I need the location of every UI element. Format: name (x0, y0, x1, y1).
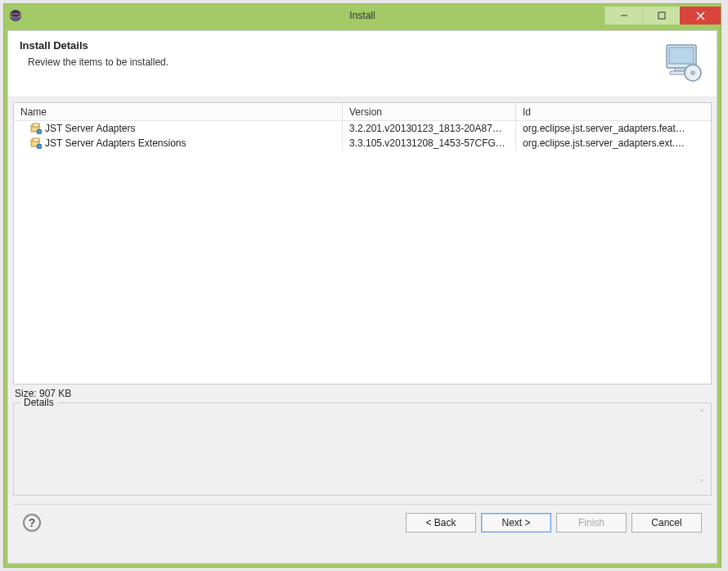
svg-point-17 (37, 144, 42, 149)
svg-rect-13 (33, 124, 39, 127)
scroll-up-icon[interactable]: ˄ (699, 408, 704, 420)
minimize-button[interactable] (604, 7, 642, 25)
feature-icon (30, 123, 42, 134)
svg-rect-7 (669, 47, 694, 64)
install-items-table[interactable]: Name Version Id JST Server Adapters 3.2.… (13, 102, 712, 384)
column-header-id[interactable]: Id (516, 103, 693, 120)
svg-point-14 (37, 129, 42, 134)
maximize-button[interactable] (642, 7, 680, 25)
size-label: Size: 907 KB (13, 384, 712, 401)
column-header-name[interactable]: Name (14, 103, 343, 120)
help-icon[interactable]: ? (23, 514, 41, 532)
svg-point-11 (690, 70, 695, 75)
row-name: JST Server Adapters Extensions (45, 137, 186, 149)
install-wizard-icon (659, 39, 705, 85)
table-row[interactable]: JST Server Adapters Extensions 3.3.105.v… (14, 136, 711, 151)
close-button[interactable] (680, 7, 721, 25)
details-scrollbar[interactable]: ˄ ˅ (694, 408, 709, 490)
main-area: Name Version Id JST Server Adapters 3.2.… (8, 97, 717, 563)
row-name: JST Server Adapters (45, 123, 136, 134)
svg-rect-16 (33, 138, 39, 142)
column-header-version[interactable]: Version (343, 103, 516, 120)
row-id: org.eclipse.jst.server_adapters.feat… (523, 123, 685, 134)
button-bar: ? < Back Next > Finish Cancel (13, 505, 712, 542)
page-subtitle: Review the items to be installed. (20, 56, 659, 68)
table-row[interactable]: JST Server Adapters 3.2.201.v20130123_18… (14, 121, 711, 136)
header-panel: Install Details Review the items to be i… (8, 31, 717, 97)
back-button[interactable]: < Back (406, 513, 476, 533)
eclipse-icon (9, 9, 22, 22)
row-version: 3.2.201.v20130123_1813-20A87w31… (349, 123, 509, 134)
row-version: 3.3.105.v20131208_1453-57CFGGAk… (349, 137, 509, 149)
table-rows: JST Server Adapters 3.2.201.v20130123_18… (14, 121, 711, 384)
row-id: org.eclipse.jst.server_adapters.ext.f… (523, 137, 686, 149)
dialog-body: Install Details Review the items to be i… (7, 30, 717, 564)
window-controls (604, 7, 721, 25)
details-label: Details (20, 397, 57, 408)
cancel-button[interactable]: Cancel (631, 513, 702, 533)
feature-icon (30, 137, 42, 149)
next-button[interactable]: Next > (481, 513, 551, 533)
install-dialog-window: Install Install Details Review the items… (3, 3, 721, 568)
svg-rect-3 (658, 12, 665, 19)
details-panel: Details ˄ ˅ (13, 402, 712, 496)
table-header[interactable]: Name Version Id (14, 103, 711, 121)
finish-button: Finish (556, 513, 627, 533)
titlebar[interactable]: Install (4, 4, 721, 27)
page-title: Install Details (20, 39, 659, 52)
scroll-down-icon[interactable]: ˅ (699, 479, 704, 490)
